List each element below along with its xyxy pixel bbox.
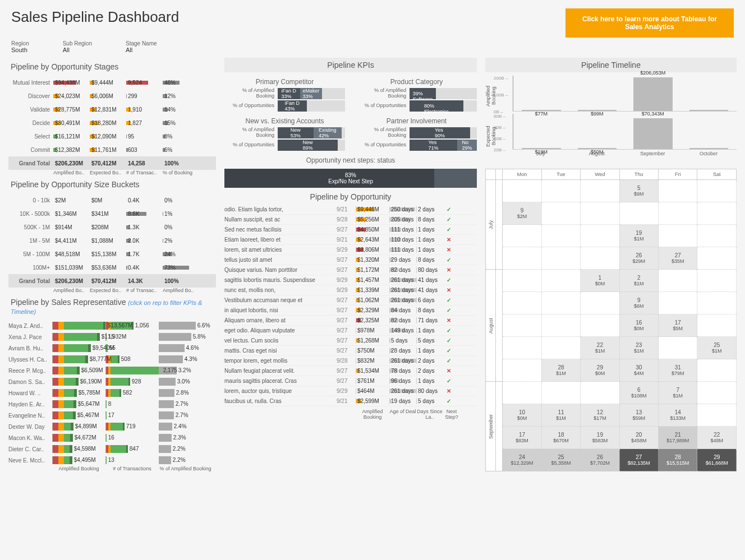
calendar[interactable]: MonTueWedThuFriSatJuly5$9M9$2M19$1M26$29… — [485, 169, 737, 471]
rep-row[interactable]: Damon S. Sa.. $6,190M 928 3.0% — [8, 376, 216, 387]
opportunity-row[interactable]: mattis. Cras eget nisi9/27 $750M 28 days… — [224, 346, 477, 356]
size-row[interactable]: 1M - 5M $4,411M $1,088M 2.0K 2% — [8, 234, 216, 247]
rep-row[interactable]: Dieter C. Car.. $4,598M 847 2.2% — [8, 443, 216, 455]
opportunity-row[interactable]: vel lectus. Cum sociis9/27 $1,268M 5 day… — [224, 336, 477, 346]
rep-row[interactable]: Reece P. Mcg.. $6,509M 2,175 3.2% — [8, 365, 216, 376]
opportunity-row[interactable]: odio. Etiam ligula tortor,9/21 $9,446M 2… — [224, 205, 477, 215]
stage-row[interactable]: Validate $28,775M $12,831M 1,910 14% — [8, 103, 216, 116]
opportunity-row[interactable]: Sed nec metus facilisis9/27 $4,850M 111 … — [224, 225, 477, 235]
calendar-cell[interactable]: 11$1M — [541, 404, 580, 427]
calendar-cell[interactable]: 29$0M — [581, 359, 619, 382]
opportunity-row[interactable]: Vestibulum accumsan neque et9/27 $1,062M… — [224, 295, 477, 306]
opportunity-row[interactable]: Etiam laoreet, libero et9/21 $2,643M 110… — [224, 235, 477, 245]
filter-subregion[interactable]: Sub RegionAll — [63, 40, 92, 53]
opportunity-row[interactable]: mauris sagittis placerat. Cras9/27 $761M… — [224, 376, 477, 386]
stage-row[interactable]: Mutual Interest $94,438M $9,444M 9,524 4… — [8, 76, 216, 89]
x-icon: ✕ — [443, 237, 454, 243]
calendar-cell[interactable]: 29$61,668M — [697, 449, 737, 471]
opportunity-row[interactable]: Nullam feugiat placerat velit.9/27 $1,53… — [224, 366, 477, 376]
learn-more-banner[interactable]: Click here to learn more about Tableau f… — [565, 8, 734, 38]
opportunity-row[interactable]: Nullam suscipit, est ac9/28 $5,256M 205 … — [224, 215, 477, 225]
opportunity-row[interactable]: tempor lorem, eget mollis9/28 $832M 261 … — [224, 356, 477, 366]
calendar-cell[interactable]: 26$7,702M — [581, 449, 619, 471]
calendar-cell[interactable]: 26$29M — [619, 247, 658, 270]
next-status-bar[interactable]: 83% Exp/No Next Step — [224, 169, 477, 188]
calendar-cell[interactable]: 27$82,135M — [619, 449, 658, 471]
calendar-cell[interactable]: 5$9M — [619, 180, 658, 202]
rep-row[interactable]: Howard W. .. $5,785M 582 2.8% — [8, 387, 216, 399]
opportunity-row[interactable]: in aliquet lobortis, nisi9/27 $2,329M 84… — [224, 306, 477, 316]
calendar-cell[interactable]: 30$4M — [619, 359, 658, 382]
opportunity-row[interactable]: eget odio. Aliquam vulputate9/27 $978M 1… — [224, 326, 477, 336]
check-icon: ✓ — [443, 257, 454, 263]
calendar-cell[interactable]: 19$583M — [581, 427, 619, 449]
stage-row[interactable]: Select $16,121M $12,090M 95 8% — [8, 129, 216, 143]
calendar-cell[interactable]: 13$59M — [619, 404, 658, 427]
rep-row[interactable]: Xena J. Pace $11,932M 15 5.8% — [8, 331, 216, 343]
calendar-cell[interactable]: 25$5,358M — [541, 449, 580, 471]
calendar-cell[interactable]: 7$1M — [659, 382, 697, 404]
check-icon: ✓ — [443, 378, 454, 384]
timeline-header: Pipeline Timeline — [485, 58, 737, 72]
size-row[interactable]: 100M+ $151,039M $53,636M 0.4K 73% — [8, 261, 216, 274]
calendar-cell[interactable]: 25$1M — [697, 337, 737, 359]
calendar-cell[interactable]: 22$1M — [581, 337, 619, 359]
calendar-cell[interactable]: 9$6M — [619, 292, 658, 314]
calendar-cell[interactable]: 23$1M — [619, 337, 658, 359]
calendar-cell[interactable]: 22$48M — [697, 427, 737, 449]
calendar-cell[interactable]: 9$2M — [503, 202, 541, 225]
rep-row[interactable]: Hayden E. Ar.. $5,647M 8 2.7% — [8, 399, 216, 410]
calendar-cell[interactable]: 31$79M — [659, 359, 697, 382]
calendar-cell[interactable]: 1$0M — [581, 270, 619, 292]
rep-row[interactable]: Dexter W. Day $4,899M 719 2.4% — [8, 421, 216, 432]
rep-row[interactable]: Ulysses H. Ca.. $8,777M 508 4.3% — [8, 354, 216, 365]
filter-region[interactable]: RegionSouth — [11, 40, 29, 53]
sizes-table[interactable]: 0 - 10k $2M $0M 0.4K 0% 10K - 5000k $1,3… — [8, 193, 216, 288]
calendar-cell[interactable]: 24$12,329M — [503, 449, 541, 471]
calendar-cell[interactable]: 18$670M — [541, 427, 580, 449]
calendar-cell[interactable]: 17$83M — [503, 427, 541, 449]
opportunity-row[interactable]: faucibus ut, nulla. Cras9/21 $2,599M 19 … — [224, 396, 477, 406]
calendar-cell[interactable]: 16$0M — [619, 314, 658, 337]
rep-row[interactable]: Macon K. Wa.. $4,672M 16 2.3% — [8, 432, 216, 443]
calendar-cell[interactable]: 2$1M — [619, 270, 658, 292]
reps-table[interactable]: Maya Z. And.. $13,567M 1,056 6.6% Xena J… — [8, 320, 216, 466]
size-row[interactable]: 5M - 100M $48,518M $15,138M 1.7K 24% — [8, 247, 216, 261]
rep-row[interactable]: Evangeline N.. $5,467M 17 2.7% — [8, 410, 216, 421]
page-title: Sales Pipeline Dashboard — [11, 8, 179, 26]
size-row[interactable]: 0 - 10k $2M $0M 0.4K 0% — [8, 193, 216, 207]
calendar-cell[interactable]: 21$17,989M — [659, 427, 697, 449]
opportunity-row[interactable]: nunc est, mollis non,9/29 $1,339M 261 da… — [224, 285, 477, 295]
x-icon: ✕ — [443, 247, 454, 253]
opportunity-row[interactable]: lorem, auctor quis, tristique9/29 $464M … — [224, 386, 477, 396]
calendar-cell[interactable]: 19$1M — [619, 225, 658, 247]
stage-row[interactable]: Decide $30,491M $18,280M 1,827 15% — [8, 116, 216, 129]
calendar-cell[interactable]: 28$1M — [541, 359, 580, 382]
calendar-cell[interactable]: 17$5M — [659, 314, 697, 337]
calendar-cell[interactable]: 10$0M — [503, 404, 541, 427]
filter-stage[interactable]: Stage NameAll — [126, 40, 157, 53]
stages-table[interactable]: Mutual Interest $94,438M $9,444M 9,524 4… — [8, 76, 216, 170]
opportunity-row[interactable]: tellus justo sit amet9/27 $1,320M 29 day… — [224, 255, 477, 265]
opportunity-row[interactable]: Aliquam ornare, libero at9/27 $2,325M 82… — [224, 316, 477, 326]
opportunity-table[interactable]: odio. Etiam ligula tortor,9/21 $9,446M 2… — [224, 205, 477, 406]
opportunity-row[interactable]: lorem, sit amet ultricies9/29 $3,806M 11… — [224, 245, 477, 255]
timeline-chart[interactable]: Amplified Booking Expected Booking 200B … — [485, 76, 737, 165]
rep-row[interactable]: Maya Z. And.. $13,567M 1,056 6.6% — [8, 320, 216, 331]
size-row[interactable]: 500K - 1M $914M $208M 1.3K 0% — [8, 220, 216, 234]
stage-row[interactable]: Discover $24,023M $6,006M 299 12% — [8, 89, 216, 103]
calendar-cell[interactable]: 12$17M — [581, 404, 619, 427]
check-icon: ✓ — [443, 226, 454, 233]
calendar-cell[interactable]: 6$108M — [619, 382, 658, 404]
rep-row[interactable]: Neve E. Mccl.. $4,495M 13 2.2% — [8, 455, 216, 466]
calendar-cell[interactable]: 28$15,515M — [659, 449, 697, 471]
stage-row[interactable]: Commit $12,382M $11,761M 603 6% — [8, 143, 216, 156]
calendar-cell[interactable]: 27$35M — [659, 247, 697, 270]
size-row[interactable]: 10K - 5000k $1,346M $341M 8.6K 1% — [8, 207, 216, 220]
opportunity-row[interactable]: sagittis lobortis mauris. Suspendisse9/2… — [224, 275, 477, 285]
calendar-cell[interactable]: 20$458M — [619, 427, 658, 449]
calendar-cell[interactable]: 14$133M — [659, 404, 697, 427]
x-icon: ✕ — [443, 388, 454, 394]
rep-row[interactable]: Avram B. Hu.. $9,540M 55 4.6% — [8, 343, 216, 354]
opportunity-row[interactable]: Quisque varius. Nam porttitor9/27 $1,172… — [224, 265, 477, 275]
